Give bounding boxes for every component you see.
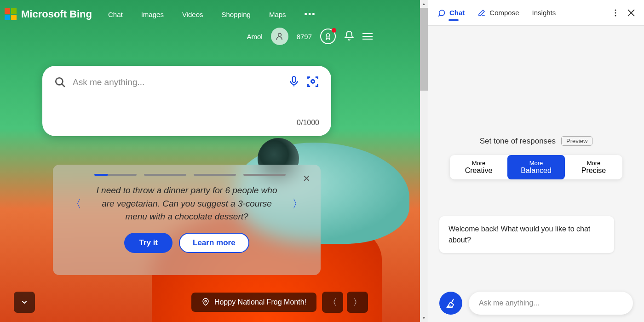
- bing-main-panel: Microsoft Bing Chat Images Videos Shoppi…: [0, 0, 428, 322]
- more-options-icon[interactable]: [615, 9, 616, 17]
- promo-next-button[interactable]: 〉: [288, 193, 307, 215]
- nav-links: Chat Images Videos Shopping Maps: [108, 11, 286, 18]
- tab-insights[interactable]: Insights: [532, 2, 556, 23]
- tone-precise[interactable]: More Precise: [565, 155, 622, 179]
- rewards-badge[interactable]: [320, 29, 336, 44]
- bottom-bar: Hoppy National Frog Month! 〈 〉: [14, 292, 368, 313]
- tone-creative[interactable]: More Creative: [450, 155, 507, 179]
- search-box: 0/1000: [42, 66, 331, 136]
- sidebar-header: Chat Compose Insights: [428, 0, 644, 26]
- promo-prev-button[interactable]: 〈: [67, 193, 85, 215]
- brand-name: Microsoft Bing: [21, 8, 92, 20]
- scrollbar[interactable]: ▲ ▼: [420, 0, 428, 322]
- caption-text: Hoppy National Frog Month!: [214, 298, 306, 306]
- welcome-message: Welcome back! What would you like to cha…: [439, 216, 614, 253]
- promo-text: I need to throw a dinner party for 6 peo…: [90, 184, 284, 224]
- carousel-indicators: [94, 174, 307, 176]
- user-bar: Amol 8797: [247, 28, 373, 45]
- sidebar-content: Set tone of responses Preview More Creat…: [428, 26, 644, 284]
- promo-close-button[interactable]: ✕: [303, 173, 310, 184]
- notification-dot-icon: [332, 28, 336, 33]
- svg-point-2: [56, 78, 63, 85]
- svg-point-7: [615, 9, 616, 11]
- svg-point-9: [615, 15, 616, 16]
- bell-icon: [344, 30, 354, 40]
- chevron-down-icon: [20, 298, 29, 306]
- top-header: Microsoft Bing Chat Images Videos Shoppi…: [5, 8, 419, 20]
- new-topic-button[interactable]: [439, 292, 462, 315]
- svg-point-0: [278, 33, 281, 36]
- close-icon[interactable]: [627, 9, 635, 17]
- svg-line-3: [62, 84, 65, 87]
- svg-rect-4: [293, 76, 296, 82]
- nav-more-icon[interactable]: •••: [305, 10, 316, 19]
- sidebar-chat-input[interactable]: Ask me anything...: [469, 292, 633, 315]
- visual-search-button[interactable]: [306, 75, 319, 90]
- svg-point-1: [326, 34, 330, 37]
- location-icon: [201, 298, 210, 306]
- avatar[interactable]: [271, 28, 288, 45]
- carousel-dot[interactable]: [243, 174, 286, 176]
- medal-icon: [324, 32, 332, 40]
- nav-videos[interactable]: Videos: [182, 11, 203, 18]
- wallpaper-next-button[interactable]: 〉: [347, 292, 368, 313]
- svg-point-6: [205, 300, 207, 302]
- microphone-icon: [288, 75, 300, 87]
- search-input[interactable]: [73, 77, 282, 87]
- chat-sidebar: Chat Compose Insights Set tone of respon…: [428, 0, 644, 322]
- search-icon: [54, 76, 66, 88]
- scrollbar-thumb[interactable]: [420, 8, 428, 91]
- microsoft-logo-icon: [5, 8, 17, 20]
- nav-chat[interactable]: Chat: [108, 11, 123, 18]
- nav-maps[interactable]: Maps: [269, 11, 286, 18]
- tone-balanced[interactable]: More Balanced: [507, 155, 565, 179]
- char-counter: 0/1000: [297, 119, 319, 127]
- promo-card: ✕ 〈 I need to throw a dinner party for 6…: [53, 165, 321, 275]
- scroll-up-icon[interactable]: ▲: [420, 0, 428, 8]
- compose-icon: [477, 9, 486, 17]
- lens-icon: [306, 75, 319, 88]
- carousel-dot[interactable]: [194, 174, 236, 176]
- sidebar-input-area: Ask me anything...: [428, 284, 644, 322]
- tone-title: Set tone of responses: [480, 137, 556, 146]
- wallpaper-prev-button[interactable]: 〈: [322, 292, 343, 313]
- voice-search-button[interactable]: [288, 75, 300, 89]
- scroll-down-icon[interactable]: ▼: [420, 314, 428, 322]
- rewards-points[interactable]: 8797: [297, 33, 312, 40]
- menu-button[interactable]: [362, 33, 373, 40]
- tab-chat[interactable]: Chat: [437, 2, 465, 23]
- carousel-dot[interactable]: [144, 174, 186, 176]
- learn-more-button[interactable]: Learn more: [179, 233, 249, 253]
- user-name[interactable]: Amol: [247, 33, 262, 40]
- notifications-button[interactable]: [344, 30, 354, 42]
- tab-compose[interactable]: Compose: [477, 2, 519, 23]
- chat-icon: [437, 9, 446, 17]
- image-caption[interactable]: Hoppy National Frog Month!: [191, 293, 316, 312]
- person-icon: [275, 32, 284, 41]
- expand-button[interactable]: [14, 292, 35, 313]
- try-it-button[interactable]: Try it: [124, 233, 172, 253]
- preview-badge: Preview: [561, 136, 592, 146]
- carousel-dot[interactable]: [94, 174, 108, 176]
- nav-images[interactable]: Images: [141, 11, 164, 18]
- broom-icon: [445, 298, 456, 309]
- tone-selector: More Creative More Balanced More Precise: [450, 155, 622, 179]
- svg-point-5: [311, 80, 315, 83]
- svg-point-8: [615, 12, 616, 13]
- nav-shopping[interactable]: Shopping: [221, 11, 250, 18]
